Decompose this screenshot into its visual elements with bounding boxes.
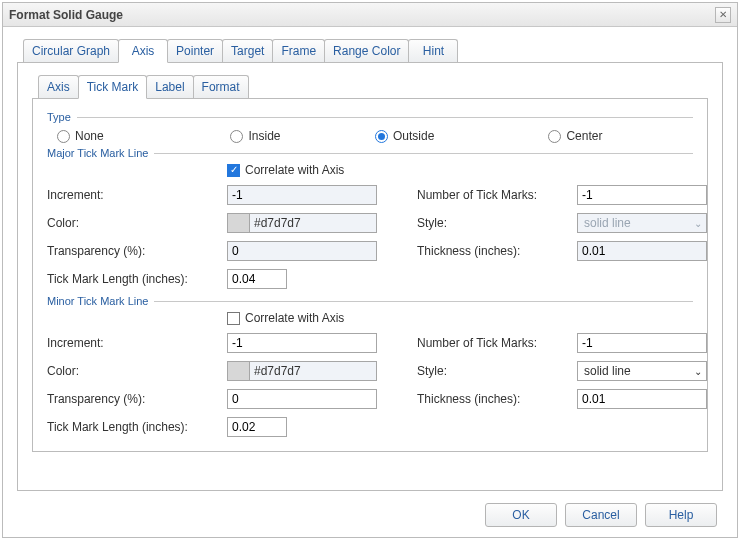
type-radio-inside[interactable]: Inside xyxy=(230,129,375,143)
main-tab-content: Axis Tick Mark Label Format Type None xyxy=(17,62,723,491)
minor-correlate-label: Correlate with Axis xyxy=(245,311,344,325)
type-section-header: Type xyxy=(47,111,693,123)
major-ticklength-label: Tick Mark Length (inches): xyxy=(47,272,227,286)
minor-numticks-input[interactable] xyxy=(577,333,707,353)
major-correlate-label: Correlate with Axis xyxy=(245,163,344,177)
minor-increment-label: Increment: xyxy=(47,336,227,350)
checkbox-icon xyxy=(227,312,240,325)
type-radio-center-label: Center xyxy=(566,129,602,143)
major-thickness-label: Thickness (inches): xyxy=(417,244,577,258)
minor-thickness-input[interactable] xyxy=(577,389,707,409)
major-correlate-checkbox[interactable]: ✓ Correlate with Axis xyxy=(227,163,693,177)
minor-divider xyxy=(154,301,693,302)
major-style-select: solid line ⌄ xyxy=(577,213,707,233)
major-section-header: Major Tick Mark Line xyxy=(47,147,693,159)
ok-button[interactable]: OK xyxy=(485,503,557,527)
help-button[interactable]: Help xyxy=(645,503,717,527)
major-increment-input[interactable] xyxy=(227,185,377,205)
minor-thickness-label: Thickness (inches): xyxy=(417,392,577,406)
tab-circular-graph[interactable]: Circular Graph xyxy=(23,39,119,62)
major-numticks-input[interactable] xyxy=(577,185,707,205)
type-radio-group: None Inside Outside Center xyxy=(47,127,693,145)
type-label: Type xyxy=(47,111,71,123)
close-button[interactable]: ✕ xyxy=(715,7,731,23)
minor-style-select[interactable]: solid line ⌄ xyxy=(577,361,707,381)
major-color-label: Color: xyxy=(47,216,227,230)
subtab-tick-mark[interactable]: Tick Mark xyxy=(78,75,148,99)
type-radio-none[interactable]: None xyxy=(57,129,230,143)
main-tabstrip: Circular Graph Axis Pointer Target Frame… xyxy=(23,39,723,62)
type-radio-inside-label: Inside xyxy=(248,129,280,143)
type-divider xyxy=(77,117,693,118)
type-radio-outside-label: Outside xyxy=(393,129,434,143)
major-color-input[interactable]: #d7d7d7 xyxy=(227,213,377,233)
dialog-title: Format Solid Gauge xyxy=(9,8,715,22)
major-thickness-input[interactable] xyxy=(577,241,707,261)
dialog-body: Circular Graph Axis Pointer Target Frame… xyxy=(3,27,737,537)
radio-icon xyxy=(57,130,70,143)
major-transparency-label: Transparency (%): xyxy=(47,244,227,258)
minor-color-label: Color: xyxy=(47,364,227,378)
major-increment-label: Increment: xyxy=(47,188,227,202)
minor-transparency-label: Transparency (%): xyxy=(47,392,227,406)
minor-numticks-label: Number of Tick Marks: xyxy=(417,336,577,350)
titlebar: Format Solid Gauge ✕ xyxy=(3,3,737,27)
minor-increment-input[interactable] xyxy=(227,333,377,353)
minor-form: Increment: Number of Tick Marks: Color: … xyxy=(47,333,693,437)
minor-header-label: Minor Tick Mark Line xyxy=(47,295,148,307)
type-radio-center[interactable]: Center xyxy=(548,129,693,143)
major-divider xyxy=(154,153,693,154)
type-radio-none-label: None xyxy=(75,129,104,143)
major-ticklength-input[interactable] xyxy=(227,269,287,289)
chevron-down-icon: ⌄ xyxy=(694,366,702,377)
minor-transparency-input[interactable] xyxy=(227,389,377,409)
format-solid-gauge-dialog: Format Solid Gauge ✕ Circular Graph Axis… xyxy=(2,2,738,538)
tab-range-color[interactable]: Range Color xyxy=(324,39,409,62)
tab-frame[interactable]: Frame xyxy=(272,39,325,62)
minor-ticklength-input[interactable] xyxy=(227,417,287,437)
minor-section-header: Minor Tick Mark Line xyxy=(47,295,693,307)
color-swatch-icon xyxy=(228,214,250,232)
subtab-axis[interactable]: Axis xyxy=(38,75,79,98)
tab-target[interactable]: Target xyxy=(222,39,273,62)
major-style-value: solid line xyxy=(584,216,631,230)
checkbox-icon: ✓ xyxy=(227,164,240,177)
sub-tab-content: Type None Inside Outside xyxy=(32,98,708,452)
type-radio-outside[interactable]: Outside xyxy=(375,129,548,143)
dialog-button-row: OK Cancel Help xyxy=(17,491,723,527)
minor-style-value: solid line xyxy=(584,364,631,378)
minor-color-input[interactable]: #d7d7d7 xyxy=(227,361,377,381)
major-form: Increment: Number of Tick Marks: Color: … xyxy=(47,185,693,289)
minor-correlate-checkbox[interactable]: Correlate with Axis xyxy=(227,311,693,325)
minor-color-value: #d7d7d7 xyxy=(250,362,376,380)
subtab-label[interactable]: Label xyxy=(146,75,193,98)
tab-pointer[interactable]: Pointer xyxy=(167,39,223,62)
minor-style-label: Style: xyxy=(417,364,577,378)
tab-axis[interactable]: Axis xyxy=(118,39,168,63)
radio-icon xyxy=(548,130,561,143)
chevron-down-icon: ⌄ xyxy=(694,218,702,229)
minor-ticklength-label: Tick Mark Length (inches): xyxy=(47,420,227,434)
color-swatch-icon xyxy=(228,362,250,380)
major-color-value: #d7d7d7 xyxy=(250,214,376,232)
major-numticks-label: Number of Tick Marks: xyxy=(417,188,577,202)
radio-icon xyxy=(230,130,243,143)
major-style-label: Style: xyxy=(417,216,577,230)
major-transparency-input[interactable] xyxy=(227,241,377,261)
major-header-label: Major Tick Mark Line xyxy=(47,147,148,159)
radio-icon xyxy=(375,130,388,143)
cancel-button[interactable]: Cancel xyxy=(565,503,637,527)
sub-tabstrip: Axis Tick Mark Label Format xyxy=(38,75,708,98)
subtab-format[interactable]: Format xyxy=(193,75,249,98)
tab-hint[interactable]: Hint xyxy=(408,39,458,62)
